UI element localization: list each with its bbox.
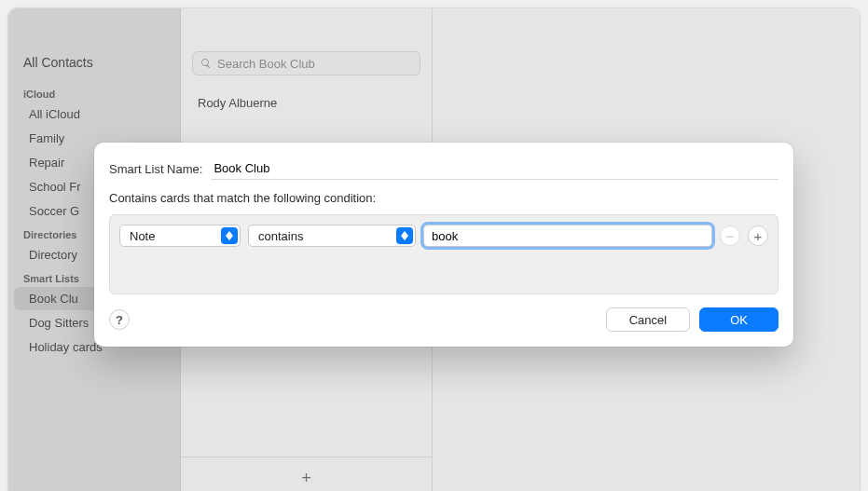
cancel-button[interactable]: Cancel [606, 307, 690, 332]
ok-button[interactable]: OK [699, 307, 778, 332]
help-button[interactable]: ? [109, 309, 130, 330]
rule-field-value: Note [130, 229, 155, 243]
rule-operator-value: contains [258, 229, 303, 243]
add-rule-button[interactable]: + [748, 225, 768, 246]
rules-container: Note contains − + [109, 214, 778, 294]
contacts-window: All Contacts iCloud All iCloud Family Re… [7, 7, 861, 491]
popup-arrows-icon [396, 227, 413, 244]
rule-value-input[interactable] [423, 225, 712, 247]
smart-list-name-label: Smart List Name: [109, 162, 202, 176]
condition-description: Contains cards that match the following … [109, 191, 778, 205]
rule-row: Note contains − + [119, 225, 768, 247]
smart-list-dialog: Smart List Name: Contains cards that mat… [94, 143, 793, 347]
rule-operator-popup[interactable]: contains [248, 225, 416, 247]
rule-field-popup[interactable]: Note [119, 225, 241, 247]
smart-list-name-input[interactable] [212, 157, 778, 180]
popup-arrows-icon [221, 227, 238, 244]
remove-rule-button: − [720, 225, 740, 246]
